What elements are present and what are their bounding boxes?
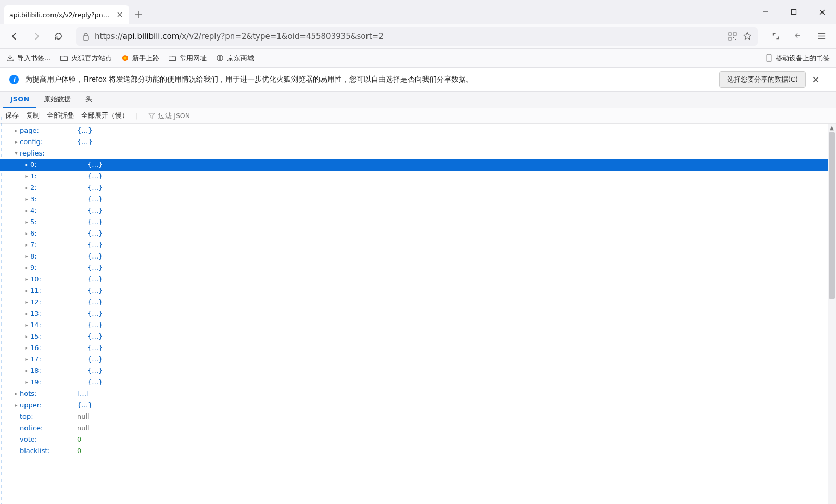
tree-row-reply-12[interactable]: ▸12:{…} [0, 296, 836, 308]
bookmark-getting-started[interactable]: 新手上路 [121, 54, 159, 63]
twisty-icon[interactable]: ▸ [23, 296, 30, 308]
choose-data-button[interactable]: 选择您要分享的数据(C) [719, 71, 806, 88]
bookmark-jd[interactable]: 京东商城 [216, 54, 254, 63]
screenshot-icon[interactable] [767, 28, 784, 45]
qr-icon[interactable] [728, 32, 737, 41]
twisty-icon[interactable]: ▸ [23, 182, 30, 193]
tree-row-reply-8[interactable]: ▸8:{…} [0, 251, 836, 262]
tree-row-reply-10[interactable]: ▸10:{…} [0, 274, 836, 285]
twisty-icon[interactable]: ▸ [23, 205, 30, 216]
twisty-icon[interactable]: ▸ [23, 308, 30, 319]
collapse-all-button[interactable]: 全部折叠 [47, 111, 74, 120]
twisty-icon[interactable]: ▸ [23, 159, 30, 171]
tree-row-reply-17[interactable]: ▸17:{…} [0, 354, 836, 365]
filter-input[interactable] [158, 112, 231, 120]
twisty-icon[interactable]: ▸ [23, 319, 30, 331]
bm-label: 火狐官方站点 [71, 54, 112, 63]
json-value: {…} [87, 193, 103, 205]
undo-icon[interactable] [790, 28, 807, 45]
tree-row-blacklist[interactable]: blacklist:0 [0, 445, 836, 457]
twisty-icon[interactable]: ▸ [23, 228, 30, 239]
copy-button[interactable]: 复制 [26, 111, 40, 120]
tree-row-reply-0[interactable]: ▸0:{…} [0, 159, 836, 171]
tree-row-vote[interactable]: vote:0 [0, 434, 836, 445]
new-tab-button[interactable] [129, 5, 148, 24]
twisty-icon[interactable]: ▸ [12, 136, 20, 148]
tab-headers[interactable]: 头 [78, 92, 99, 108]
tree-row-reply-13[interactable]: ▸13:{…} [0, 308, 836, 319]
forward-button[interactable] [28, 28, 45, 45]
tree-row-reply-11[interactable]: ▸11:{…} [0, 285, 836, 296]
notification-bar: i 为提高用户体验，Firefox 将发送部分功能的使用情况给我们，用于进一步优… [0, 68, 836, 92]
twisty-icon[interactable]: ▸ [23, 193, 30, 205]
window-maximize-button[interactable] [780, 0, 808, 24]
json-tree[interactable]: ▸page:{…}▸config:{…}▾replies:▸0:{…}▸1:{…… [0, 124, 836, 504]
tree-row-reply-6[interactable]: ▸6:{…} [0, 228, 836, 239]
save-button[interactable]: 保存 [5, 111, 19, 120]
bookmark-common-sites[interactable]: 常用网址 [169, 54, 207, 63]
tree-row-reply-16[interactable]: ▸16:{…} [0, 342, 836, 354]
filter-box[interactable] [148, 112, 231, 120]
notification-text: 为提高用户体验，Firefox 将发送部分功能的使用情况给我们，用于进一步优化火… [25, 75, 713, 84]
json-value: {…} [87, 308, 103, 319]
tree-row-notice[interactable]: notice:null [0, 422, 836, 434]
scrollbar-thumb[interactable] [829, 132, 835, 299]
tree-row-reply-9[interactable]: ▸9:{…} [0, 262, 836, 274]
tree-row-reply-1[interactable]: ▸1:{…} [0, 171, 836, 182]
bookmark-firefox-official[interactable]: 火狐官方站点 [60, 54, 112, 63]
bookmark-star-icon[interactable] [743, 32, 752, 41]
tab-json[interactable]: JSON [3, 92, 36, 108]
scrollbar[interactable]: ▲ [828, 124, 836, 504]
twisty-icon[interactable]: ▸ [23, 285, 30, 296]
back-button[interactable] [6, 28, 23, 45]
twisty-icon[interactable]: ▸ [12, 399, 20, 411]
reload-button[interactable] [50, 28, 67, 45]
expand-all-button[interactable]: 全部展开（慢） [81, 111, 129, 120]
tree-row-reply-19[interactable]: ▸19:{…} [0, 377, 836, 388]
tree-row-reply-18[interactable]: ▸18:{…} [0, 365, 836, 377]
tree-row-upper[interactable]: ▸upper:{…} [0, 399, 836, 411]
twisty-icon[interactable]: ▸ [23, 342, 30, 354]
tree-row-reply-3[interactable]: ▸3:{…} [0, 193, 836, 205]
tree-row-reply-5[interactable]: ▸5:{…} [0, 216, 836, 228]
twisty-icon[interactable]: ▸ [23, 171, 30, 182]
twisty-icon[interactable]: ▸ [23, 262, 30, 274]
twisty-icon[interactable]: ▸ [23, 216, 30, 228]
twisty-icon[interactable]: ▸ [23, 274, 30, 285]
twisty-icon[interactable]: ▸ [23, 251, 30, 262]
window-close-button[interactable] [808, 0, 836, 24]
tree-row-replies[interactable]: ▾replies: [0, 148, 836, 159]
bookmark-mobile[interactable]: 移动设备上的书签 [766, 54, 830, 63]
import-bookmarks-button[interactable]: 导入书签… [6, 54, 51, 63]
twisty-icon[interactable]: ▸ [23, 365, 30, 377]
tree-row-config[interactable]: ▸config:{…} [0, 136, 836, 148]
twisty-icon[interactable]: ▸ [23, 331, 30, 342]
twisty-icon[interactable]: ▾ [12, 148, 20, 159]
browser-tab[interactable]: api.bilibili.com/x/v2/reply?pn=2& [4, 5, 129, 24]
twisty-icon[interactable]: ▸ [23, 239, 30, 251]
twisty-icon[interactable]: ▸ [12, 125, 20, 136]
tree-row-reply-4[interactable]: ▸4:{…} [0, 205, 836, 216]
twisty-icon[interactable]: ▸ [12, 388, 20, 399]
window-minimize-button[interactable] [752, 0, 780, 24]
tree-row-reply-7[interactable]: ▸7:{…} [0, 239, 836, 251]
tab-raw[interactable]: 原始数据 [36, 92, 78, 108]
menu-icon[interactable] [813, 28, 830, 45]
twisty-icon[interactable]: ▸ [23, 354, 30, 365]
json-viewer-tabs: JSON 原始数据 头 [0, 92, 836, 108]
json-key: 6: [30, 228, 87, 239]
tree-row-page[interactable]: ▸page:{…} [0, 125, 836, 136]
tree-row-hots[interactable]: ▸hots:[…] [0, 388, 836, 399]
bm-label: 新手上路 [132, 54, 159, 63]
tree-row-top[interactable]: top:null [0, 411, 836, 422]
scroll-up-icon[interactable]: ▲ [828, 124, 836, 132]
url-bar[interactable]: https://api.bilibili.com/x/v2/reply?pn=2… [76, 27, 758, 46]
import-icon [6, 54, 14, 62]
tree-row-reply-2[interactable]: ▸2:{…} [0, 182, 836, 193]
notification-close-icon[interactable] [812, 76, 827, 83]
json-key: page: [20, 125, 77, 136]
twisty-icon[interactable]: ▸ [23, 377, 30, 388]
tree-row-reply-15[interactable]: ▸15:{…} [0, 331, 836, 342]
close-tab-icon[interactable] [116, 10, 124, 19]
tree-row-reply-14[interactable]: ▸14:{…} [0, 319, 836, 331]
